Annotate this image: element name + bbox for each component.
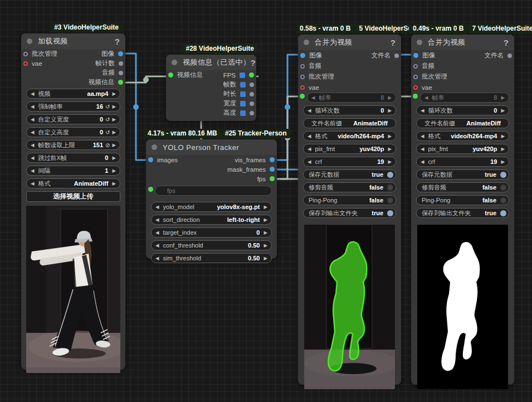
increment-arrow-icon[interactable]: ▶: [263, 230, 267, 235]
no-loop-icon[interactable]: ⊘: [105, 142, 110, 148]
input-port-image[interactable]: [413, 53, 418, 58]
increment-arrow-icon[interactable]: ▶: [112, 156, 116, 161]
increment-arrow-icon[interactable]: ▶: [112, 91, 116, 96]
decrement-arrow-icon[interactable]: ◀: [308, 108, 311, 113]
widget-sort-direction[interactable]: ◀ sort_direction left-to-right ▶: [151, 215, 272, 225]
widget-filename-prefix[interactable]: 文件名前缀 AnimateDiff: [416, 118, 509, 128]
widget-custom-height[interactable]: ◀ 自定义高度 0 ↺ ▶: [26, 127, 120, 137]
output-port-vis-frames[interactable]: [270, 157, 275, 162]
widget-save-output[interactable]: 保存到输出文件夹 true: [303, 208, 396, 218]
increment-arrow-icon[interactable]: ▶: [263, 243, 267, 248]
increment-arrow-icon[interactable]: ▶: [501, 134, 505, 139]
increment-arrow-icon[interactable]: ▶: [388, 134, 392, 139]
input-port-frame-rate[interactable]: [413, 94, 418, 99]
output-port-image[interactable]: [118, 51, 123, 56]
help-icon[interactable]: ?: [115, 37, 120, 46]
widget-pix-fmt[interactable]: ◀ pix_fmt yuv420p ▶: [303, 144, 396, 154]
decrement-arrow-icon[interactable]: ◀: [31, 91, 35, 96]
widget-select-every[interactable]: ◀ 间隔 1 ▶: [26, 166, 120, 176]
help-icon[interactable]: ?: [251, 58, 256, 67]
widget-ping-pong[interactable]: Ping-Pong false: [303, 195, 396, 205]
widget-fps-linked[interactable]: fps: [155, 186, 272, 196]
widget-format[interactable]: ◀ 格式 video/h264-mp4 ▶: [303, 131, 396, 141]
decrement-arrow-icon[interactable]: ◀: [31, 130, 35, 135]
decrement-arrow-icon[interactable]: ◀: [31, 156, 35, 161]
decrement-arrow-icon[interactable]: ◀: [31, 143, 35, 148]
widget-save-output[interactable]: 保存到输出文件夹 true: [416, 208, 509, 218]
toggle-on-icon[interactable]: [500, 210, 506, 216]
output-port-duration[interactable]: [250, 92, 254, 96]
output-port-videoinfo[interactable]: [118, 80, 123, 85]
output-port-fps[interactable]: [249, 72, 254, 78]
choose-video-upload-button[interactable]: 选择视频上传: [26, 191, 120, 202]
decrement-arrow-icon[interactable]: ◀: [421, 159, 424, 164]
decrement-arrow-icon[interactable]: ◀: [155, 243, 159, 248]
decrement-arrow-icon[interactable]: ◀: [311, 95, 315, 100]
increment-arrow-icon[interactable]: ▶: [263, 256, 267, 261]
decrement-arrow-icon[interactable]: ◀: [31, 117, 35, 122]
widget-save-metadata[interactable]: 保存元数据 true: [303, 169, 396, 180]
toggle-off-icon[interactable]: [500, 185, 506, 191]
increment-arrow-icon[interactable]: ▶: [388, 147, 392, 152]
output-port-fps[interactable]: [270, 176, 275, 181]
decrement-arrow-icon[interactable]: ◀: [155, 205, 159, 210]
increment-arrow-icon[interactable]: ▶: [112, 143, 116, 148]
input-port-frame-rate[interactable]: [300, 94, 305, 99]
increment-arrow-icon[interactable]: ▶: [388, 95, 392, 100]
toggle-off-icon[interactable]: [387, 185, 393, 191]
help-icon[interactable]: ?: [391, 38, 396, 47]
node-load-video[interactable]: #3 VideoHelperSuite 加载视频 ? 批次管理 图像 vae 帧…: [21, 33, 125, 370]
increment-arrow-icon[interactable]: ▶: [501, 95, 505, 100]
decrement-arrow-icon[interactable]: ◀: [155, 230, 159, 235]
widget-loop-count[interactable]: ◀ 循环次数 0 ▶: [303, 105, 396, 115]
widget-skip-first-frames[interactable]: ◀ 跳过前X帧 0 ▶: [26, 153, 120, 163]
input-port-vae[interactable]: [23, 61, 28, 66]
widget-force-rate[interactable]: ◀ 强制帧率 16 ↺ ▶: [26, 101, 120, 112]
widget-crf[interactable]: ◀ crf 19 ▶: [303, 157, 396, 167]
widget-ping-pong[interactable]: Ping-Pong false: [416, 195, 509, 205]
help-icon[interactable]: ?: [504, 38, 509, 47]
increment-arrow-icon[interactable]: ▶: [112, 130, 116, 135]
node-video-combine-b[interactable]: 0.49s - vram 0 B 7 VideoHelperSuite 合并为视…: [411, 35, 514, 385]
widget-yolo-model[interactable]: ◀ yolo_model yolov8x-seg.pt ▶: [151, 202, 272, 212]
increment-arrow-icon[interactable]: ▶: [112, 168, 116, 173]
input-port-audio[interactable]: [300, 64, 305, 69]
increment-arrow-icon[interactable]: ▶: [112, 104, 116, 109]
widget-sim-threshold[interactable]: ◀ sim_threshold 0.50 ▶: [151, 253, 272, 263]
increment-arrow-icon[interactable]: ▶: [388, 108, 392, 113]
widget-frame-load-cap[interactable]: ◀ 帧数读取上限 151 ⊘ ▶: [26, 140, 120, 150]
node-video-info[interactable]: #28 VideoHelperSuite 视频信息（已选中） ? 视频信息 FP…: [166, 55, 256, 121]
output-port-width[interactable]: [250, 101, 254, 106]
reset-icon[interactable]: ↺: [105, 117, 110, 123]
toggle-on-icon[interactable]: [387, 210, 393, 216]
widget-target-index[interactable]: ◀ target_index 0 ▶: [151, 227, 272, 238]
widget-custom-width[interactable]: ◀ 自定义宽度 0 ↺ ▶: [26, 114, 120, 124]
input-port-batch[interactable]: [23, 52, 28, 56]
input-port-videoinfo[interactable]: [168, 72, 173, 78]
node-titlebar[interactable]: 合并为视频 ?: [411, 35, 514, 50]
widget-video[interactable]: ◀ 视频 aa.mp4 ▶: [26, 89, 120, 99]
input-port-vae[interactable]: [300, 85, 305, 90]
increment-arrow-icon[interactable]: ▶: [501, 159, 505, 164]
increment-arrow-icon[interactable]: ▶: [263, 205, 267, 210]
decrement-arrow-icon[interactable]: ◀: [155, 217, 159, 222]
increment-arrow-icon[interactable]: ▶: [501, 108, 505, 113]
decrement-arrow-icon[interactable]: ◀: [31, 181, 35, 186]
widget-filename-prefix[interactable]: 文件名前缀 AnimateDiff: [303, 118, 396, 128]
decrement-arrow-icon[interactable]: ◀: [421, 108, 424, 113]
decrement-arrow-icon[interactable]: ◀: [31, 104, 35, 109]
decrement-arrow-icon[interactable]: ◀: [308, 159, 311, 164]
output-port-height[interactable]: [250, 111, 254, 115]
decrement-arrow-icon[interactable]: ◀: [31, 168, 35, 173]
reset-icon[interactable]: ↺: [105, 129, 110, 135]
increment-arrow-icon[interactable]: ▶: [388, 159, 392, 164]
node-titlebar[interactable]: 视频信息（已选中） ?: [166, 55, 256, 70]
node-graph-canvas[interactable]: #3 VideoHelperSuite 加载视频 ? 批次管理 图像 vae 帧…: [0, 0, 532, 402]
increment-arrow-icon[interactable]: ▶: [112, 117, 116, 122]
node-video-combine-a[interactable]: 0.58s - vram 0 B 5 VideoHelperSuite 合并为视…: [298, 35, 401, 385]
output-port-mask-frames[interactable]: [270, 167, 275, 172]
input-port-batch[interactable]: [413, 75, 418, 79]
node-yolo-tracker[interactable]: 4.17s - vram 80.16 MB #25 Tracker-Person…: [146, 139, 277, 259]
widget-format[interactable]: ◀ 格式 video/h264-mp4 ▶: [416, 131, 509, 141]
toggle-on-icon[interactable]: [387, 172, 393, 178]
